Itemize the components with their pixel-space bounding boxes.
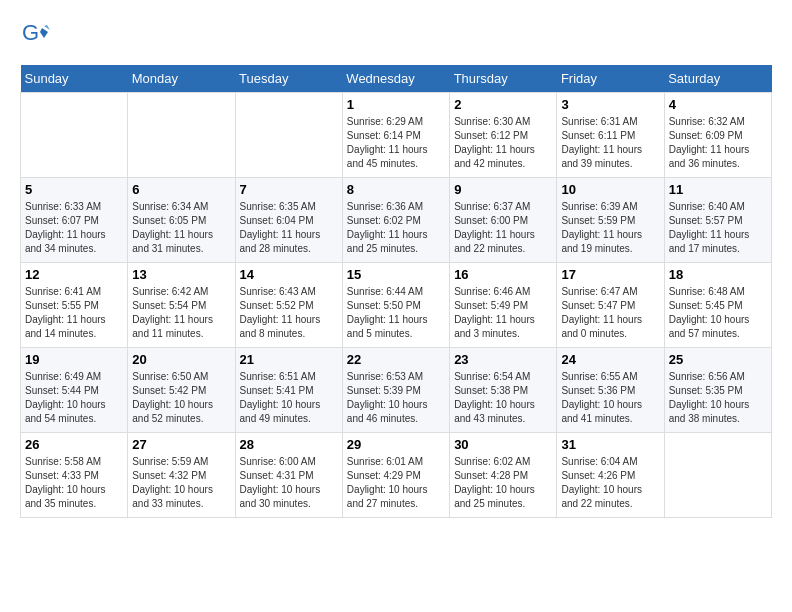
- day-number: 6: [132, 182, 230, 197]
- calendar-cell: 30Sunrise: 6:02 AM Sunset: 4:28 PM Dayli…: [450, 433, 557, 518]
- cell-info: Sunrise: 6:46 AM Sunset: 5:49 PM Dayligh…: [454, 285, 552, 341]
- calendar-cell: 10Sunrise: 6:39 AM Sunset: 5:59 PM Dayli…: [557, 178, 664, 263]
- day-number: 26: [25, 437, 123, 452]
- day-number: 14: [240, 267, 338, 282]
- cell-info: Sunrise: 6:04 AM Sunset: 4:26 PM Dayligh…: [561, 455, 659, 511]
- calendar-week-5: 26Sunrise: 5:58 AM Sunset: 4:33 PM Dayli…: [21, 433, 772, 518]
- logo-icon: G: [20, 20, 50, 50]
- day-number: 9: [454, 182, 552, 197]
- calendar-cell: 24Sunrise: 6:55 AM Sunset: 5:36 PM Dayli…: [557, 348, 664, 433]
- day-number: 24: [561, 352, 659, 367]
- day-number: 30: [454, 437, 552, 452]
- cell-info: Sunrise: 6:00 AM Sunset: 4:31 PM Dayligh…: [240, 455, 338, 511]
- calendar-cell: 25Sunrise: 6:56 AM Sunset: 5:35 PM Dayli…: [664, 348, 771, 433]
- calendar-cell: 3Sunrise: 6:31 AM Sunset: 6:11 PM Daylig…: [557, 93, 664, 178]
- day-header-tuesday: Tuesday: [235, 65, 342, 93]
- day-header-wednesday: Wednesday: [342, 65, 449, 93]
- cell-info: Sunrise: 6:54 AM Sunset: 5:38 PM Dayligh…: [454, 370, 552, 426]
- cell-info: Sunrise: 6:34 AM Sunset: 6:05 PM Dayligh…: [132, 200, 230, 256]
- calendar-week-2: 5Sunrise: 6:33 AM Sunset: 6:07 PM Daylig…: [21, 178, 772, 263]
- calendar-cell: 28Sunrise: 6:00 AM Sunset: 4:31 PM Dayli…: [235, 433, 342, 518]
- calendar-cell: 23Sunrise: 6:54 AM Sunset: 5:38 PM Dayli…: [450, 348, 557, 433]
- day-header-saturday: Saturday: [664, 65, 771, 93]
- cell-info: Sunrise: 6:49 AM Sunset: 5:44 PM Dayligh…: [25, 370, 123, 426]
- calendar-cell: [235, 93, 342, 178]
- cell-info: Sunrise: 6:37 AM Sunset: 6:00 PM Dayligh…: [454, 200, 552, 256]
- calendar-cell: 27Sunrise: 5:59 AM Sunset: 4:32 PM Dayli…: [128, 433, 235, 518]
- day-number: 2: [454, 97, 552, 112]
- cell-info: Sunrise: 6:48 AM Sunset: 5:45 PM Dayligh…: [669, 285, 767, 341]
- calendar-header: SundayMondayTuesdayWednesdayThursdayFrid…: [21, 65, 772, 93]
- day-header-monday: Monday: [128, 65, 235, 93]
- calendar-cell: [128, 93, 235, 178]
- cell-info: Sunrise: 6:42 AM Sunset: 5:54 PM Dayligh…: [132, 285, 230, 341]
- day-number: 16: [454, 267, 552, 282]
- calendar-cell: 2Sunrise: 6:30 AM Sunset: 6:12 PM Daylig…: [450, 93, 557, 178]
- calendar-cell: 20Sunrise: 6:50 AM Sunset: 5:42 PM Dayli…: [128, 348, 235, 433]
- calendar-cell: 21Sunrise: 6:51 AM Sunset: 5:41 PM Dayli…: [235, 348, 342, 433]
- day-number: 31: [561, 437, 659, 452]
- cell-info: Sunrise: 6:51 AM Sunset: 5:41 PM Dayligh…: [240, 370, 338, 426]
- calendar-cell: 29Sunrise: 6:01 AM Sunset: 4:29 PM Dayli…: [342, 433, 449, 518]
- day-number: 10: [561, 182, 659, 197]
- day-number: 21: [240, 352, 338, 367]
- cell-info: Sunrise: 6:39 AM Sunset: 5:59 PM Dayligh…: [561, 200, 659, 256]
- day-number: 5: [25, 182, 123, 197]
- cell-info: Sunrise: 6:43 AM Sunset: 5:52 PM Dayligh…: [240, 285, 338, 341]
- calendar-cell: 4Sunrise: 6:32 AM Sunset: 6:09 PM Daylig…: [664, 93, 771, 178]
- calendar-cell: 7Sunrise: 6:35 AM Sunset: 6:04 PM Daylig…: [235, 178, 342, 263]
- calendar-week-1: 1Sunrise: 6:29 AM Sunset: 6:14 PM Daylig…: [21, 93, 772, 178]
- cell-info: Sunrise: 6:02 AM Sunset: 4:28 PM Dayligh…: [454, 455, 552, 511]
- day-number: 19: [25, 352, 123, 367]
- calendar-cell: 19Sunrise: 6:49 AM Sunset: 5:44 PM Dayli…: [21, 348, 128, 433]
- cell-info: Sunrise: 6:50 AM Sunset: 5:42 PM Dayligh…: [132, 370, 230, 426]
- calendar-cell: 12Sunrise: 6:41 AM Sunset: 5:55 PM Dayli…: [21, 263, 128, 348]
- calendar-cell: 26Sunrise: 5:58 AM Sunset: 4:33 PM Dayli…: [21, 433, 128, 518]
- day-number: 25: [669, 352, 767, 367]
- calendar-cell: [664, 433, 771, 518]
- calendar-cell: 5Sunrise: 6:33 AM Sunset: 6:07 PM Daylig…: [21, 178, 128, 263]
- calendar-week-4: 19Sunrise: 6:49 AM Sunset: 5:44 PM Dayli…: [21, 348, 772, 433]
- day-header-sunday: Sunday: [21, 65, 128, 93]
- svg-text:G: G: [22, 20, 39, 45]
- calendar-cell: 15Sunrise: 6:44 AM Sunset: 5:50 PM Dayli…: [342, 263, 449, 348]
- calendar-cell: 17Sunrise: 6:47 AM Sunset: 5:47 PM Dayli…: [557, 263, 664, 348]
- cell-info: Sunrise: 5:59 AM Sunset: 4:32 PM Dayligh…: [132, 455, 230, 511]
- day-number: 1: [347, 97, 445, 112]
- page-header: G: [20, 20, 772, 50]
- calendar-cell: 14Sunrise: 6:43 AM Sunset: 5:52 PM Dayli…: [235, 263, 342, 348]
- day-number: 28: [240, 437, 338, 452]
- calendar-cell: 18Sunrise: 6:48 AM Sunset: 5:45 PM Dayli…: [664, 263, 771, 348]
- calendar-cell: 13Sunrise: 6:42 AM Sunset: 5:54 PM Dayli…: [128, 263, 235, 348]
- svg-marker-2: [44, 25, 50, 30]
- cell-info: Sunrise: 5:58 AM Sunset: 4:33 PM Dayligh…: [25, 455, 123, 511]
- svg-marker-1: [40, 28, 48, 38]
- day-number: 18: [669, 267, 767, 282]
- cell-info: Sunrise: 6:35 AM Sunset: 6:04 PM Dayligh…: [240, 200, 338, 256]
- calendar-cell: 6Sunrise: 6:34 AM Sunset: 6:05 PM Daylig…: [128, 178, 235, 263]
- cell-info: Sunrise: 6:01 AM Sunset: 4:29 PM Dayligh…: [347, 455, 445, 511]
- cell-info: Sunrise: 6:47 AM Sunset: 5:47 PM Dayligh…: [561, 285, 659, 341]
- cell-info: Sunrise: 6:33 AM Sunset: 6:07 PM Dayligh…: [25, 200, 123, 256]
- cell-info: Sunrise: 6:56 AM Sunset: 5:35 PM Dayligh…: [669, 370, 767, 426]
- cell-info: Sunrise: 6:29 AM Sunset: 6:14 PM Dayligh…: [347, 115, 445, 171]
- day-header-thursday: Thursday: [450, 65, 557, 93]
- day-number: 23: [454, 352, 552, 367]
- day-number: 11: [669, 182, 767, 197]
- day-number: 29: [347, 437, 445, 452]
- day-number: 7: [240, 182, 338, 197]
- calendar-cell: 22Sunrise: 6:53 AM Sunset: 5:39 PM Dayli…: [342, 348, 449, 433]
- day-number: 15: [347, 267, 445, 282]
- day-header-friday: Friday: [557, 65, 664, 93]
- calendar-cell: [21, 93, 128, 178]
- logo: G: [20, 20, 54, 50]
- calendar-cell: 8Sunrise: 6:36 AM Sunset: 6:02 PM Daylig…: [342, 178, 449, 263]
- cell-info: Sunrise: 6:53 AM Sunset: 5:39 PM Dayligh…: [347, 370, 445, 426]
- cell-info: Sunrise: 6:40 AM Sunset: 5:57 PM Dayligh…: [669, 200, 767, 256]
- cell-info: Sunrise: 6:31 AM Sunset: 6:11 PM Dayligh…: [561, 115, 659, 171]
- day-number: 22: [347, 352, 445, 367]
- cell-info: Sunrise: 6:55 AM Sunset: 5:36 PM Dayligh…: [561, 370, 659, 426]
- day-number: 20: [132, 352, 230, 367]
- calendar-week-3: 12Sunrise: 6:41 AM Sunset: 5:55 PM Dayli…: [21, 263, 772, 348]
- day-number: 13: [132, 267, 230, 282]
